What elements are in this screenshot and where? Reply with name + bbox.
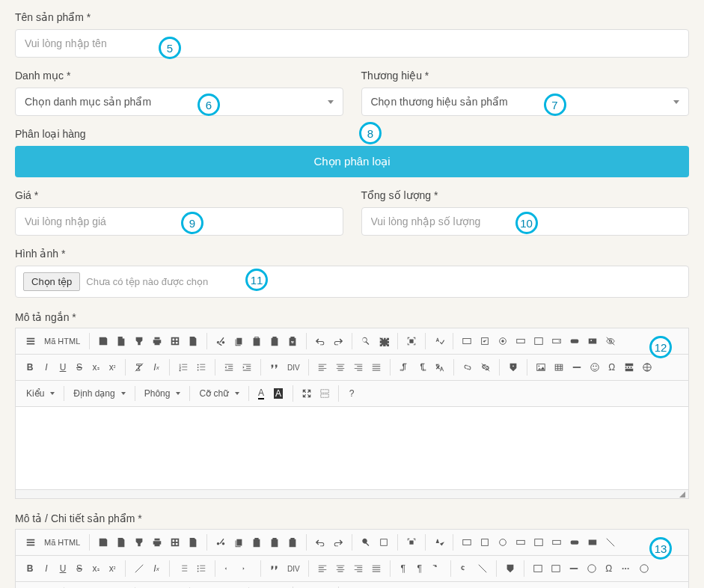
radio-icon[interactable] — [494, 333, 512, 349]
bold-icon[interactable]: B — [22, 359, 38, 376]
strike-icon[interactable]: S — [71, 359, 88, 376]
anchor-icon[interactable] — [504, 359, 522, 376]
button-field-icon[interactable] — [566, 333, 584, 349]
specialchar-icon[interactable]: Ω — [604, 359, 620, 376]
select-icon[interactable] — [548, 534, 566, 551]
form-icon[interactable] — [458, 534, 476, 551]
iframe-icon[interactable] — [638, 359, 656, 376]
italic-icon[interactable]: I — [38, 359, 55, 376]
outdent-icon[interactable] — [220, 359, 238, 376]
ltr-icon[interactable] — [395, 359, 413, 376]
file-choose-button[interactable]: Chọn tệp — [23, 272, 80, 291]
rtl-icon[interactable] — [413, 359, 431, 376]
specialchar-icon[interactable]: Ω — [601, 560, 617, 577]
div-icon[interactable]: DIV — [284, 560, 304, 577]
find-icon[interactable] — [357, 333, 375, 349]
bulletlist-icon[interactable] — [192, 359, 210, 376]
numberlist-icon[interactable] — [174, 359, 192, 376]
product-name-input[interactable] — [15, 29, 689, 58]
print-icon[interactable] — [148, 333, 166, 349]
cut-icon[interactable] — [212, 534, 230, 551]
short-desc-content[interactable] — [16, 407, 688, 489]
selectall-icon[interactable] — [402, 333, 420, 349]
size-select[interactable]: Cỡ chữ — [195, 386, 244, 401]
language-icon[interactable] — [428, 560, 446, 577]
smiley-icon[interactable] — [586, 359, 604, 376]
removeformat2-icon[interactable]: Ix — [148, 560, 165, 577]
find-icon[interactable] — [357, 534, 375, 551]
templates-icon[interactable] — [166, 534, 184, 551]
paste-icon[interactable] — [248, 534, 266, 551]
textarea-icon[interactable] — [530, 534, 548, 551]
style-select[interactable]: Kiểu — [22, 386, 59, 401]
rtl-icon[interactable]: ¶ — [411, 560, 428, 577]
cut-icon[interactable] — [212, 333, 230, 349]
image-icon[interactable] — [529, 560, 547, 577]
underline-icon[interactable]: U — [55, 359, 71, 376]
paste-icon[interactable] — [248, 333, 266, 349]
templates-icon[interactable] — [166, 333, 184, 349]
format-select[interactable]: Định dạng — [69, 386, 129, 401]
outdent-icon[interactable] — [220, 560, 238, 577]
hidden-field-icon[interactable] — [602, 534, 619, 551]
textarea-icon[interactable] — [530, 333, 548, 349]
removeformat-icon[interactable] — [130, 359, 148, 376]
numberlist-icon[interactable] — [174, 560, 192, 577]
hidden-field-icon[interactable] — [602, 333, 619, 349]
file-input-wrap[interactable]: Chọn tệp Chưa có tệp nào được chọn — [15, 266, 689, 298]
about-icon[interactable]: ? — [343, 385, 360, 402]
strike-icon[interactable]: S — [71, 560, 88, 577]
paste-text-icon[interactable] — [266, 333, 284, 349]
textfield-icon[interactable] — [512, 534, 530, 551]
button-field-icon[interactable] — [566, 534, 584, 551]
redo-icon[interactable] — [329, 534, 347, 551]
align-center-icon[interactable] — [331, 359, 349, 376]
replace-icon[interactable] — [375, 333, 393, 349]
removeformat-icon[interactable] — [130, 560, 148, 577]
font-select[interactable]: Phông — [140, 386, 186, 401]
unlink-icon[interactable] — [477, 359, 495, 376]
hr-icon[interactable] — [568, 359, 586, 376]
paste-word-icon[interactable] — [284, 534, 302, 551]
category-select[interactable]: Chọn danh mục sản phẩm — [15, 88, 343, 116]
align-right-icon[interactable] — [349, 359, 367, 376]
save-icon[interactable] — [94, 534, 112, 551]
imagebutton-icon[interactable] — [584, 534, 602, 551]
superscript-icon[interactable]: x² — [104, 560, 120, 577]
align-right-icon[interactable] — [349, 560, 367, 577]
radio-icon[interactable] — [494, 534, 512, 551]
align-left-icon[interactable] — [313, 359, 331, 376]
underline-icon[interactable]: U — [55, 560, 71, 577]
preview-icon[interactable] — [130, 333, 148, 349]
anchor-icon[interactable] — [501, 560, 519, 577]
italic-icon[interactable]: I — [38, 560, 55, 577]
table-icon[interactable] — [547, 560, 565, 577]
link-icon[interactable] — [456, 560, 474, 577]
checkbox-icon[interactable] — [476, 534, 494, 551]
div-icon[interactable]: DIV — [284, 359, 304, 376]
removeformat2-icon[interactable]: Ix — [148, 359, 165, 376]
blockquote-icon[interactable] — [266, 560, 284, 577]
select-icon[interactable] — [548, 333, 566, 349]
table-icon[interactable] — [550, 359, 568, 376]
subscript-icon[interactable]: x₂ — [88, 560, 104, 577]
replace-icon[interactable] — [375, 534, 393, 551]
selectall-icon[interactable] — [402, 534, 420, 551]
link-icon[interactable] — [459, 359, 477, 376]
brand-select[interactable]: Chọn thương hiệu sản phẩm — [361, 88, 690, 116]
blockquote-icon[interactable] — [266, 359, 284, 376]
bgcolor-icon[interactable]: A — [270, 385, 288, 402]
price-input[interactable] — [15, 207, 343, 236]
showblocks-icon[interactable] — [316, 385, 334, 402]
hr-icon[interactable] — [565, 560, 583, 577]
align-justify-icon[interactable] — [367, 560, 385, 577]
copy-icon[interactable] — [230, 333, 248, 349]
imagebutton-icon[interactable] — [584, 333, 602, 349]
checkbox-icon[interactable] — [476, 333, 494, 349]
undo-icon[interactable] — [311, 333, 329, 349]
textcolor-icon[interactable]: A — [254, 385, 270, 402]
print-icon[interactable] — [148, 534, 166, 551]
document-icon[interactable] — [184, 333, 202, 349]
spellcheck-icon[interactable] — [430, 333, 448, 349]
ltr-icon[interactable]: ¶ — [395, 560, 411, 577]
